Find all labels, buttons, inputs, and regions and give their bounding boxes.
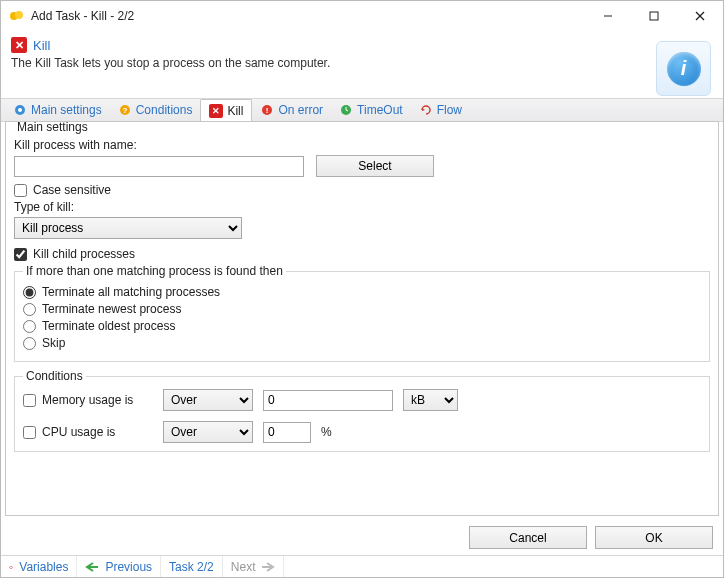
tab-label: Main settings [31, 103, 102, 117]
window-controls [585, 1, 723, 31]
window-title: Add Task - Kill - 2/2 [31, 9, 585, 23]
status-task-count: Task 2/2 [161, 556, 223, 577]
kill-child-label: Kill child processes [33, 247, 135, 261]
arrow-right-icon [261, 562, 275, 572]
cpu-unit-label: % [321, 425, 332, 439]
process-name-input[interactable] [14, 156, 304, 177]
minimize-button[interactable] [585, 1, 631, 31]
radio-terminate-newest[interactable]: Terminate newest process [23, 302, 701, 316]
tab-flow[interactable]: Flow [411, 99, 470, 121]
info-button[interactable]: i [656, 41, 711, 96]
group-conditions: Conditions Memory usage is Over kB CPU u… [14, 376, 710, 452]
button-bar: Cancel OK [1, 520, 723, 555]
type-of-kill-select[interactable]: Kill process [14, 217, 242, 239]
tab-conditions[interactable]: ? Conditions [110, 99, 201, 121]
case-sensitive-input[interactable] [14, 184, 27, 197]
radio-skip[interactable]: Skip [23, 336, 701, 350]
header-title: Kill [33, 38, 50, 53]
case-sensitive-checkbox[interactable]: Case sensitive [14, 183, 710, 197]
clock-icon [339, 103, 353, 117]
status-next: Next [223, 556, 285, 577]
header-title-row: ✕ Kill [11, 37, 656, 53]
memory-usage-checkbox[interactable]: Memory usage is [23, 393, 153, 407]
svg-text:?: ? [122, 106, 127, 115]
cpu-op-select[interactable]: Over [163, 421, 253, 443]
tab-label: TimeOut [357, 103, 403, 117]
svg-text:!: ! [266, 106, 269, 115]
group-multiple-match: If more than one matching process is fou… [14, 271, 710, 362]
ok-button[interactable]: OK [595, 526, 713, 549]
statusbar: ◦ Variables Previous Task 2/2 Next [1, 555, 723, 577]
app-icon [9, 8, 25, 24]
status-previous[interactable]: Previous [77, 556, 161, 577]
radio-terminate-oldest[interactable]: Terminate oldest process [23, 319, 701, 333]
group-conditions-title: Conditions [23, 369, 86, 383]
question-icon: ? [118, 103, 132, 117]
svg-rect-3 [650, 12, 658, 20]
memory-unit-select[interactable]: kB [403, 389, 458, 411]
header: ✕ Kill The Kill Task lets you stop a pro… [1, 31, 723, 98]
kill-icon: ✕ [209, 104, 223, 118]
svg-point-1 [15, 11, 23, 19]
tab-label: Flow [437, 103, 462, 117]
case-sensitive-label: Case sensitive [33, 183, 111, 197]
cancel-button[interactable]: Cancel [469, 526, 587, 549]
tab-content: Main settings Kill process with name: Se… [5, 121, 719, 516]
cpu-value-input[interactable] [263, 422, 311, 443]
kill-child-input[interactable] [14, 248, 27, 261]
arrow-left-icon [85, 562, 99, 572]
select-button[interactable]: Select [316, 155, 434, 177]
kill-child-checkbox[interactable]: Kill child processes [14, 247, 710, 261]
info-icon: i [667, 52, 701, 86]
header-subtitle: The Kill Task lets you stop a process on… [11, 56, 656, 70]
svg-point-7 [18, 108, 22, 112]
radio-terminate-all[interactable]: Terminate all matching processes [23, 285, 701, 299]
tab-on-error[interactable]: ! On error [252, 99, 331, 121]
titlebar: Add Task - Kill - 2/2 [1, 1, 723, 31]
tab-main-settings[interactable]: Main settings [5, 99, 110, 121]
status-variables[interactable]: ◦ Variables [1, 556, 77, 577]
group-main-title: Main settings [14, 121, 91, 134]
tab-label: Kill [227, 104, 243, 118]
memory-value-input[interactable] [263, 390, 393, 411]
cpu-usage-input[interactable] [23, 426, 36, 439]
tabbar: Main settings ? Conditions ✕ Kill ! On e… [1, 98, 723, 122]
tab-timeout[interactable]: TimeOut [331, 99, 411, 121]
gear-icon [13, 103, 27, 117]
tab-kill[interactable]: ✕ Kill [200, 99, 252, 122]
window: Add Task - Kill - 2/2 ✕ Kill The Kill Ta… [0, 0, 724, 578]
process-name-label: Kill process with name: [14, 138, 710, 152]
close-button[interactable] [677, 1, 723, 31]
memory-usage-input[interactable] [23, 394, 36, 407]
group-multiple-title: If more than one matching process is fou… [23, 264, 286, 278]
tab-label: On error [278, 103, 323, 117]
bullet-icon: ◦ [9, 560, 13, 574]
kill-icon: ✕ [11, 37, 27, 53]
memory-op-select[interactable]: Over [163, 389, 253, 411]
cpu-usage-checkbox[interactable]: CPU usage is [23, 425, 153, 439]
error-icon: ! [260, 103, 274, 117]
type-of-kill-label: Type of kill: [14, 200, 710, 214]
flow-icon [419, 103, 433, 117]
tab-label: Conditions [136, 103, 193, 117]
maximize-button[interactable] [631, 1, 677, 31]
